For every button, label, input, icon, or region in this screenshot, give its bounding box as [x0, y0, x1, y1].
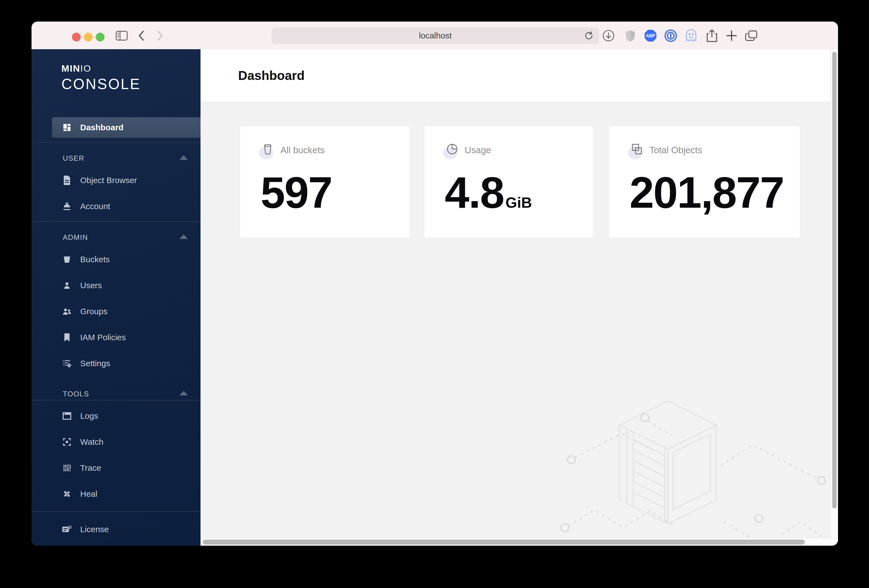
- sidebar-item-groups[interactable]: Groups: [31, 302, 200, 320]
- sidebar-item-watch[interactable]: Watch: [31, 433, 200, 451]
- reload-icon[interactable]: [584, 30, 594, 42]
- sidebar-item-iam-policies[interactable]: IAM Policies: [31, 329, 200, 346]
- card-total-objects: Total Objects 201,877: [608, 126, 801, 238]
- collapse-arrow-icon[interactable]: [179, 391, 188, 395]
- horizontal-scrollbar-track[interactable]: [200, 538, 838, 546]
- collapse-arrow-icon[interactable]: [179, 155, 188, 160]
- section-label: USER: [63, 154, 85, 163]
- url-text: localhost: [419, 31, 452, 40]
- sidebar-item-object-browser[interactable]: Object Browser: [31, 172, 200, 189]
- settings-list-gear-icon: [62, 358, 72, 369]
- sidebar-item-label: Watch: [80, 437, 104, 447]
- group-icon: [62, 307, 72, 316]
- log-window-icon: [62, 411, 72, 421]
- sidebar-item-label: Trace: [80, 463, 101, 472]
- browser-window: localhost ABP: [31, 22, 838, 546]
- minio-console-logo: MINIO CONSOLE: [61, 63, 141, 92]
- sidebar-item-users[interactable]: Users: [31, 277, 200, 294]
- ghostery-icon[interactable]: [685, 29, 697, 42]
- sidebar-item-label: Buckets: [80, 255, 110, 264]
- pie-chart-icon: [444, 142, 460, 158]
- card-usage: Usage 4.8GiB: [424, 126, 593, 238]
- logo-brand: MIN: [61, 63, 80, 74]
- sidebar-item-license[interactable]: License: [31, 520, 200, 538]
- card-all-buckets: All buckets 597: [240, 126, 410, 238]
- dashboard-grid-icon: [62, 123, 72, 132]
- overlapping-squares-icon: [629, 142, 644, 158]
- vertical-scrollbar-thumb[interactable]: [832, 52, 836, 508]
- page-header: Dashboard: [200, 49, 838, 102]
- card-value: 4.8GiB: [445, 170, 532, 215]
- sidebar-item-label: Account: [80, 201, 110, 211]
- new-tab-icon[interactable]: [725, 29, 738, 42]
- sidebar-item-logs[interactable]: Logs: [31, 407, 200, 425]
- sidebar-section-admin: ADMIN: [31, 232, 200, 243]
- sidebar-item-label: License: [80, 525, 109, 534]
- tab-overview-icon[interactable]: [745, 29, 758, 42]
- sidebar-item-account[interactable]: Account: [31, 197, 200, 215]
- page-title: Dashboard: [238, 68, 304, 83]
- browser-titlebar: localhost ABP: [31, 22, 838, 49]
- trace-bars-icon: [62, 463, 72, 473]
- download-icon[interactable]: [602, 29, 615, 42]
- collapse-arrow-icon[interactable]: [179, 234, 188, 239]
- sidebar-item-heal[interactable]: Heal: [31, 485, 200, 503]
- sidebar-item-label: Logs: [80, 411, 98, 421]
- bucket-outline-icon: [260, 142, 276, 158]
- card-unit: GiB: [505, 194, 532, 211]
- sidebar-item-trace[interactable]: Trace: [31, 459, 200, 477]
- adblock-label: ABP: [646, 34, 655, 38]
- sidebar-section-tools: TOOLS: [31, 388, 200, 399]
- sidebar-item-buckets[interactable]: Buckets: [31, 250, 200, 268]
- server-rack-illustration: [559, 398, 830, 538]
- sidebar-divider: [31, 511, 200, 512]
- sidebar-item-dashboard[interactable]: Dashboard: [52, 117, 200, 138]
- share-icon[interactable]: [706, 29, 718, 42]
- user-icon: [62, 280, 72, 290]
- metric-cards: All buckets 597 Usage 4.8GiB: [240, 126, 801, 238]
- card-label: All buckets: [280, 145, 325, 156]
- license-card-icon: [62, 524, 72, 534]
- horizontal-scrollbar-thumb[interactable]: [203, 540, 805, 545]
- sidebar-divider: [31, 221, 200, 222]
- privacy-shield-icon[interactable]: [624, 29, 637, 42]
- card-value: 201,877: [629, 170, 785, 215]
- sidebar-item-label: Dashboard: [80, 123, 124, 132]
- sidebar-item-label: Users: [80, 281, 102, 290]
- sidebar-divider: [31, 142, 200, 143]
- sidebar-item-label: Settings: [80, 359, 110, 368]
- card-value: 597: [261, 170, 334, 215]
- service-bell-icon: [62, 201, 72, 211]
- main-content: Dashboard: [200, 49, 838, 546]
- sidebar-item-label: Object Browser: [80, 176, 137, 185]
- heal-bandage-icon: [62, 489, 72, 499]
- sidebar-item-settings[interactable]: Settings: [31, 355, 200, 372]
- section-label: TOOLS: [63, 390, 89, 398]
- address-bar[interactable]: localhost: [271, 27, 599, 44]
- logo-brand-suffix: IO: [80, 63, 91, 74]
- section-label: ADMIN: [63, 233, 88, 242]
- card-label: Total Objects: [650, 145, 702, 156]
- maximize-window-button[interactable]: [96, 33, 105, 41]
- one-password-icon[interactable]: [664, 29, 677, 42]
- bucket-icon: [62, 255, 72, 264]
- logo-product: CONSOLE: [61, 76, 141, 92]
- sidebar: MINIO CONSOLE Dashboard USER: [31, 49, 200, 546]
- back-icon[interactable]: [135, 29, 148, 42]
- watch-viewfinder-icon: [62, 437, 72, 447]
- card-label: Usage: [465, 145, 491, 156]
- sidebar-item-label: Heal: [80, 489, 97, 499]
- close-window-button[interactable]: [72, 33, 81, 41]
- sidebar-divider: [31, 400, 200, 400]
- sidebar-section-user: USER: [31, 153, 200, 164]
- sidebar-item-label: IAM Policies: [80, 333, 126, 342]
- bookmark-icon: [62, 332, 72, 342]
- adblock-icon[interactable]: ABP: [644, 29, 657, 42]
- vertical-scrollbar-track[interactable]: [830, 49, 838, 538]
- forward-icon[interactable]: [154, 29, 166, 42]
- sidebar-item-label: Groups: [80, 307, 107, 316]
- document-icon: [62, 175, 72, 185]
